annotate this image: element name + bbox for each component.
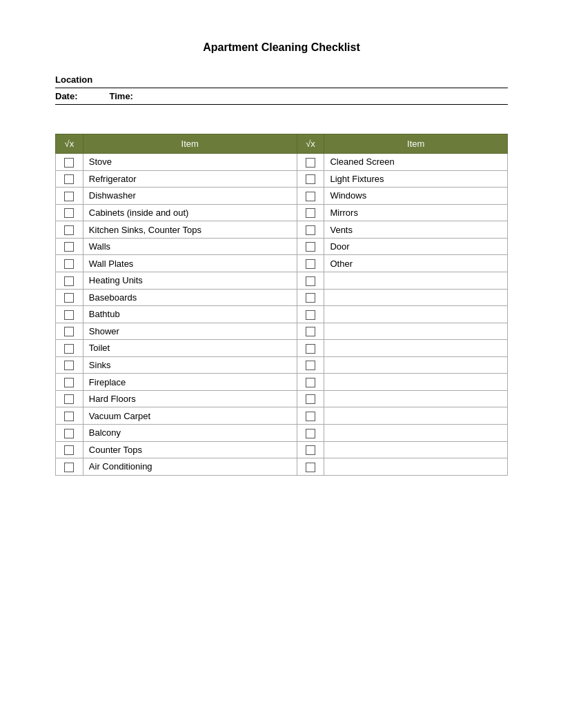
- checkbox-left[interactable]: [56, 221, 83, 239]
- checkbox-icon-left[interactable]: [64, 394, 74, 404]
- checkbox-icon-left[interactable]: [64, 327, 74, 336]
- item-right: [324, 441, 508, 458]
- checkbox-icon-right[interactable]: [306, 276, 315, 286]
- checkbox-icon-left[interactable]: [64, 361, 74, 370]
- checkbox-left[interactable]: [56, 306, 83, 323]
- checkbox-icon-right[interactable]: [306, 174, 315, 184]
- checkbox-icon-right[interactable]: [306, 463, 315, 472]
- header-item-right: Item: [324, 134, 508, 154]
- table-row: Hard Floors: [56, 390, 508, 407]
- checkbox-right[interactable]: [297, 188, 324, 205]
- checkbox-left[interactable]: [56, 407, 83, 425]
- checkbox-right[interactable]: [297, 238, 324, 255]
- item-left: Walls: [83, 238, 297, 255]
- checkbox-icon-right[interactable]: [306, 225, 315, 235]
- checkbox-icon-left[interactable]: [64, 242, 74, 252]
- checkbox-icon-right[interactable]: [306, 242, 315, 252]
- table-row: Fireplace: [56, 374, 508, 391]
- checkbox-left[interactable]: [56, 340, 83, 357]
- checkbox-icon-right[interactable]: [306, 192, 315, 201]
- checkbox-left[interactable]: [56, 425, 83, 442]
- checkbox-right[interactable]: [297, 221, 324, 239]
- checkbox-icon-left[interactable]: [64, 463, 74, 472]
- checkbox-icon-right[interactable]: [306, 158, 315, 168]
- checkbox-left[interactable]: [56, 441, 83, 458]
- checkbox-icon-right[interactable]: [306, 361, 315, 370]
- table-row: Toilet: [56, 340, 508, 357]
- table-row: Wall PlatesOther: [56, 255, 508, 272]
- checkbox-left[interactable]: [56, 272, 83, 289]
- checkbox-left[interactable]: [56, 323, 83, 340]
- item-left: Hard Floors: [83, 390, 297, 407]
- checkbox-icon-right[interactable]: [306, 378, 315, 387]
- checkbox-icon-left[interactable]: [64, 310, 74, 320]
- checkbox-right[interactable]: [297, 289, 324, 306]
- checkbox-icon-right[interactable]: [306, 394, 315, 404]
- checkbox-left[interactable]: [56, 238, 83, 255]
- checkbox-icon-left[interactable]: [64, 225, 74, 235]
- checkbox-right[interactable]: [297, 425, 324, 442]
- checkbox-left[interactable]: [56, 188, 83, 205]
- checkbox-left[interactable]: [56, 170, 83, 188]
- checkbox-right[interactable]: [297, 407, 324, 425]
- checkbox-icon-left[interactable]: [64, 158, 74, 168]
- checkbox-right[interactable]: [297, 323, 324, 340]
- item-left: Wall Plates: [83, 255, 297, 272]
- checkbox-right[interactable]: [297, 170, 324, 188]
- checkbox-icon-left[interactable]: [64, 378, 74, 387]
- checkbox-left[interactable]: [56, 154, 83, 171]
- checkbox-right[interactable]: [297, 458, 324, 476]
- checkbox-icon-right[interactable]: [306, 327, 315, 336]
- item-right: [324, 356, 508, 374]
- checkbox-icon-left[interactable]: [64, 192, 74, 201]
- checkbox-right[interactable]: [297, 255, 324, 272]
- item-left: Dishwasher: [83, 188, 297, 205]
- item-left: Kitchen Sinks, Counter Tops: [83, 221, 297, 239]
- item-left: Cabinets (inside and out): [83, 204, 297, 221]
- checkbox-right[interactable]: [297, 306, 324, 323]
- checkbox-right[interactable]: [297, 441, 324, 458]
- table-row: Counter Tops: [56, 441, 508, 458]
- checkbox-icon-right[interactable]: [306, 445, 315, 455]
- checkbox-icon-left[interactable]: [64, 293, 74, 303]
- checkbox-left[interactable]: [56, 390, 83, 407]
- checkbox-icon-left[interactable]: [64, 429, 74, 438]
- checkbox-icon-right[interactable]: [306, 310, 315, 320]
- date-label: Date:: [55, 91, 78, 101]
- checkbox-left[interactable]: [56, 458, 83, 476]
- checkbox-right[interactable]: [297, 374, 324, 391]
- checkbox-icon-right[interactable]: [306, 293, 315, 303]
- checkbox-right[interactable]: [297, 356, 324, 374]
- item-right: Door: [324, 238, 508, 255]
- checkbox-left[interactable]: [56, 356, 83, 374]
- checkbox-icon-right[interactable]: [306, 429, 315, 438]
- checkbox-right[interactable]: [297, 204, 324, 221]
- item-right: Vents: [324, 221, 508, 239]
- location-label: Location: [55, 74, 92, 85]
- checkbox-right[interactable]: [297, 154, 324, 171]
- checkbox-left[interactable]: [56, 204, 83, 221]
- checkbox-icon-left[interactable]: [64, 276, 74, 286]
- item-left: Baseboards: [83, 289, 297, 306]
- checkbox-icon-left[interactable]: [64, 259, 74, 269]
- checkbox-icon-left[interactable]: [64, 344, 74, 354]
- item-right: Windows: [324, 188, 508, 205]
- checkbox-right[interactable]: [297, 272, 324, 289]
- checkbox-left[interactable]: [56, 289, 83, 306]
- checkbox-icon-right[interactable]: [306, 412, 315, 421]
- checkbox-icon-right[interactable]: [306, 344, 315, 354]
- checkbox-right[interactable]: [297, 390, 324, 407]
- checkbox-left[interactable]: [56, 374, 83, 391]
- checkbox-icon-left[interactable]: [64, 208, 74, 218]
- checkbox-left[interactable]: [56, 255, 83, 272]
- checkbox-icon-right[interactable]: [306, 259, 315, 269]
- item-left: Vacuum Carpet: [83, 407, 297, 425]
- checkbox-icon-right[interactable]: [306, 208, 315, 218]
- item-right: [324, 340, 508, 357]
- checkbox-icon-left[interactable]: [64, 174, 74, 184]
- item-left: Refrigerator: [83, 170, 297, 188]
- checkbox-icon-left[interactable]: [64, 412, 74, 421]
- checkbox-right[interactable]: [297, 340, 324, 357]
- checkbox-icon-left[interactable]: [64, 445, 74, 455]
- item-right: [324, 390, 508, 407]
